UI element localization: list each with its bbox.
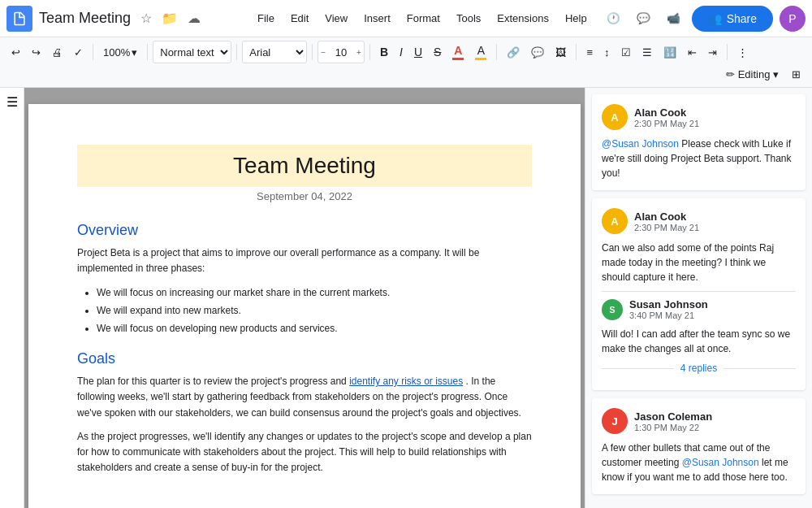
comment-card: A Alan Cook 2:30 PM May 21 Can we also a… (592, 198, 806, 390)
comment-author: Jason Coleman (634, 410, 796, 423)
comment-author: Alan Cook (634, 106, 796, 119)
main-area: ☰ Team Meeting September 04, 2022 Overvi… (0, 88, 812, 508)
replies-line (723, 368, 796, 369)
separator-6 (496, 44, 497, 60)
bullet-list-button[interactable]: ☰ (637, 43, 657, 62)
comment-mention: @Susan Johnson (602, 138, 679, 150)
font-size-increase[interactable]: + (354, 48, 364, 57)
menu-items-group: File Edit View Insert Format Tools Exten… (249, 7, 595, 29)
undo-button[interactable]: ↩ (6, 43, 25, 62)
replies-line (602, 368, 674, 369)
align-button[interactable]: ≡ (581, 43, 598, 62)
print-button[interactable]: 🖨 (47, 43, 67, 62)
checklist-button[interactable]: ☑ (616, 43, 636, 62)
move-button[interactable]: 📁 (158, 7, 181, 29)
strikethrough-button[interactable]: S (429, 42, 446, 62)
italic-button[interactable]: I (395, 42, 408, 62)
sidebar-toggle[interactable]: ☰ (0, 88, 24, 508)
separator-7 (576, 44, 577, 60)
overview-body: Project Beta is a project that aims to i… (77, 245, 532, 276)
zoom-value: 100% (103, 46, 130, 59)
doc-title: Team Meeting (77, 145, 532, 187)
toolbar: ↩ ↪ 🖨 ✓ 100% ▾ Normal text Arial − + B I… (0, 37, 812, 88)
text-color-button[interactable]: A (447, 41, 469, 63)
menu-bar: Team Meeting ☆ 📁 ☁ File Edit View Insert… (0, 0, 812, 37)
sidebar-hide-button[interactable]: ⊞ (787, 65, 806, 84)
indent-decrease-button[interactable]: ⇤ (683, 43, 702, 62)
user-avatar[interactable]: P (780, 6, 806, 32)
right-toolbar: ✏ Editing ▾ ⊞ (721, 65, 806, 84)
comment-mention: @Susan Johnson (682, 457, 759, 468)
comment-time: 2:30 PM May 21 (634, 223, 796, 232)
spellcheck-button[interactable]: ✓ (69, 43, 88, 62)
separator-1 (93, 44, 93, 60)
overview-heading: Overview (77, 222, 532, 239)
font-size-input[interactable] (328, 46, 354, 59)
comment-button[interactable]: 💬 (526, 43, 549, 62)
font-size-decrease[interactable]: − (318, 48, 328, 57)
replies-count[interactable]: 4 replies (674, 363, 723, 374)
comment-avatar: A (602, 208, 628, 234)
highlight-icon: A (475, 44, 486, 60)
font-select[interactable]: Arial (242, 41, 307, 63)
comment-time: 2:30 PM May 21 (634, 119, 796, 128)
comment-header: J Jason Coleman 1:30 PM May 22 (602, 408, 796, 434)
separator-2 (147, 44, 148, 60)
menu-help[interactable]: Help (557, 7, 595, 29)
font-size-control: − + (317, 41, 365, 63)
separator-3 (236, 44, 237, 60)
goals-body-2: As the project progresses, we'll identif… (77, 429, 532, 476)
menu-edit[interactable]: Edit (283, 7, 317, 29)
highlight-button[interactable]: A (470, 41, 491, 63)
comment-text: A few other bullets that came out of the… (602, 441, 796, 484)
reply-meta: Susan Johnson 3:40 PM May 21 (629, 298, 796, 320)
comment-header: A Alan Cook 2:30 PM May 21 (602, 104, 796, 130)
doc-date: September 04, 2022 (77, 190, 532, 202)
reply-header: S Susan Johnson 3:40 PM May 21 (602, 298, 796, 320)
app-logo (6, 6, 32, 32)
redo-button[interactable]: ↪ (27, 43, 45, 62)
menu-file[interactable]: File (249, 7, 283, 29)
cloud-button[interactable]: ☁ (184, 7, 204, 29)
share-icon: 👥 (708, 12, 722, 25)
menu-extensions[interactable]: Extensions (489, 7, 557, 29)
zoom-arrow: ▾ (132, 46, 137, 59)
reply-text: Will do! I can add after the team sync s… (602, 327, 796, 356)
document-title: Team Meeting (39, 10, 131, 27)
menu-tools[interactable]: Tools (448, 7, 489, 29)
menu-insert[interactable]: Insert (356, 7, 399, 29)
comment-text: @Susan Johnson Please check with Luke if… (602, 137, 796, 180)
numbered-list-button[interactable]: 🔢 (659, 43, 681, 62)
more-options-button[interactable]: ⋮ (732, 43, 753, 62)
comment-time: 1:30 PM May 22 (634, 423, 796, 432)
overview-list: We will focus on increasing our market s… (97, 284, 532, 337)
bold-button[interactable]: B (375, 42, 393, 62)
goals-heading: Goals (77, 350, 532, 367)
history-button[interactable]: 🕐 (602, 7, 625, 29)
menu-format[interactable]: Format (399, 7, 448, 29)
separator-5 (369, 44, 370, 60)
line-spacing-button[interactable]: ↕ (599, 43, 615, 62)
link-button[interactable]: 🔗 (502, 43, 525, 62)
title-icons: ☆ 📁 ☁ (137, 7, 204, 29)
share-button[interactable]: 👥 Share (692, 6, 773, 32)
meet-button[interactable]: 📹 (662, 7, 685, 29)
image-button[interactable]: 🖼 (551, 43, 571, 62)
zoom-select[interactable]: 100% ▾ (98, 43, 142, 62)
style-select[interactable]: Normal text (153, 41, 231, 63)
menu-view[interactable]: View (317, 7, 356, 29)
goals-highlight: identify any risks or issues (349, 376, 463, 387)
chat-button[interactable]: 💬 (632, 7, 655, 29)
comment-card: A Alan Cook 2:30 PM May 21 @Susan Johnso… (592, 94, 806, 190)
underline-button[interactable]: U (409, 42, 427, 62)
indent-increase-button[interactable]: ⇥ (703, 43, 722, 62)
comment-avatar: J (602, 408, 628, 434)
editing-mode-button[interactable]: ✏ Editing ▾ (721, 65, 784, 84)
separator-4 (312, 44, 313, 60)
replies-divider: 4 replies (602, 363, 796, 374)
text-color-icon: A (452, 44, 464, 60)
comment-card: J Jason Coleman 1:30 PM May 22 A few oth… (592, 398, 806, 494)
reply-avatar: S (602, 299, 623, 320)
star-button[interactable]: ☆ (137, 7, 155, 29)
comments-panel: A Alan Cook 2:30 PM May 21 @Susan Johnso… (585, 88, 812, 508)
